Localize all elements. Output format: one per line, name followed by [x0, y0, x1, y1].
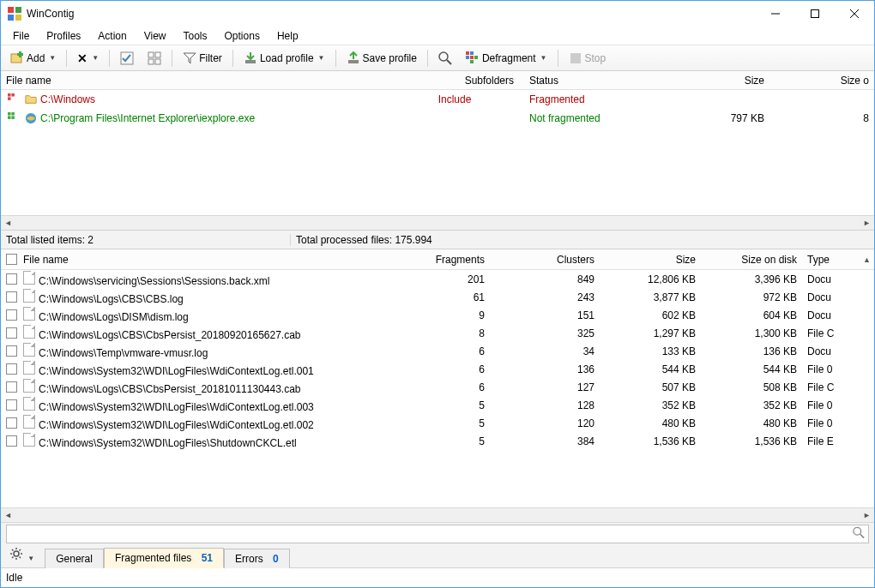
row-checkbox[interactable]: [6, 381, 17, 393]
scroll-left-icon[interactable]: ◄: [1, 508, 15, 522]
scroll-right-icon[interactable]: ►: [860, 216, 874, 230]
add-label: Add: [27, 52, 45, 64]
profile-row[interactable]: C:\WindowsIncludeFragmented: [1, 90, 874, 109]
file-row[interactable]: C:\Windows\Logs\CBS\CbsPersist_201810111…: [1, 378, 874, 396]
menu-help[interactable]: Help: [269, 28, 307, 44]
stop-button[interactable]: Stop: [563, 49, 612, 68]
add-button[interactable]: Add ▼: [4, 49, 62, 68]
file-row[interactable]: C:\Windows\servicing\Sessions\Sessions.b…: [1, 270, 874, 288]
file-row[interactable]: C:\Windows\Logs\CBS\CBS.log612433,877 KB…: [1, 288, 874, 306]
row-checkbox[interactable]: [6, 363, 17, 375]
files-list-header: File name Fragments Clusters Size Size o…: [1, 249, 874, 270]
col-filename[interactable]: File name: [1, 75, 395, 87]
col-type[interactable]: Type: [804, 254, 860, 266]
profile-row[interactable]: C:\Program Files\Internet Explorer\iexpl…: [1, 109, 874, 128]
size-value: 602 KB: [601, 309, 703, 321]
window-title: WinContig: [27, 8, 74, 20]
col-checkbox[interactable]: [1, 254, 21, 265]
row-checkbox[interactable]: [6, 309, 17, 321]
svg-rect-29: [8, 98, 11, 101]
col-sizeondisk[interactable]: Size on disk: [703, 254, 804, 266]
fragments-value: 8: [395, 327, 492, 339]
sizeondisk-value: 604 KB: [703, 309, 804, 321]
row-checkbox[interactable]: [6, 291, 17, 303]
defragment-button[interactable]: Defragment ▼: [460, 49, 553, 68]
row-checkbox[interactable]: [6, 273, 17, 285]
type-value: File E: [804, 435, 860, 447]
check-button[interactable]: [114, 49, 140, 68]
svg-rect-15: [155, 59, 160, 64]
remove-button[interactable]: ✕ ▼: [71, 49, 105, 68]
row-checkbox[interactable]: [6, 345, 17, 357]
svg-rect-1: [15, 7, 21, 13]
file-row[interactable]: C:\Windows\Logs\CBS\CbsPersist_201809201…: [1, 324, 874, 342]
profile-list-header: File name Subfolders Status Size Size o: [1, 71, 874, 90]
size-value: 352 KB: [601, 399, 703, 411]
remove-icon: ✕: [77, 51, 88, 65]
col-size[interactable]: Size: [601, 254, 703, 266]
filename-value: C:\Windows\System32\WDI\LogFiles\Shutdow…: [21, 433, 395, 449]
col-size[interactable]: Size: [677, 75, 771, 87]
svg-rect-22: [466, 56, 469, 59]
grid-icon: [148, 51, 161, 65]
col-size-o[interactable]: Size o: [771, 75, 874, 87]
menu-view[interactable]: View: [136, 28, 175, 44]
sizeondisk-value: 3,396 KB: [703, 273, 804, 285]
analyze-button[interactable]: [432, 49, 458, 68]
scroll-up-icon[interactable]: ▲: [860, 255, 874, 264]
filter-button[interactable]: Filter: [177, 49, 228, 68]
svg-rect-30: [8, 112, 11, 116]
menu-tools[interactable]: Tools: [175, 28, 216, 44]
menubar: File Profiles Action View Tools Options …: [1, 27, 874, 45]
tab-fragmented[interactable]: Fragmented files 51: [104, 548, 224, 568]
col-subfolders[interactable]: Subfolders: [395, 75, 522, 87]
filename-value: C:\Windows\Logs\CBS\CBS.log: [21, 289, 395, 305]
header-checkbox[interactable]: [6, 254, 17, 265]
svg-rect-32: [8, 117, 11, 120]
sizeondisk-value: 1,536 KB: [703, 435, 804, 447]
svg-line-19: [447, 60, 451, 64]
maximize-button[interactable]: [795, 1, 835, 27]
grid-button[interactable]: [142, 49, 167, 68]
path-link[interactable]: C:\Windows: [40, 93, 95, 105]
load-profile-button[interactable]: Load profile ▼: [238, 49, 331, 68]
file-row[interactable]: C:\Windows\System32\WDI\LogFiles\Shutdow…: [1, 432, 874, 450]
tab-errors[interactable]: Errors 0: [224, 549, 290, 568]
save-profile-button[interactable]: Save profile: [341, 49, 423, 68]
row-checkbox[interactable]: [6, 417, 17, 429]
row-checkbox[interactable]: [6, 327, 17, 339]
col-clusters[interactable]: Clusters: [492, 254, 601, 266]
status-value: Fragmented: [522, 93, 677, 105]
file-row[interactable]: C:\Windows\Temp\vmware-vmusr.log634133 K…: [1, 342, 874, 360]
menu-action[interactable]: Action: [89, 28, 135, 44]
horizontal-scrollbar[interactable]: ◄ ►: [1, 507, 874, 522]
filename-value: C:\Windows\System32\WDI\LogFiles\WdiCont…: [21, 397, 395, 413]
file-icon: [23, 379, 35, 393]
row-checkbox[interactable]: [6, 435, 17, 447]
row-checkbox[interactable]: [6, 399, 17, 411]
menu-options[interactable]: Options: [216, 28, 269, 44]
menu-profiles[interactable]: Profiles: [38, 28, 89, 44]
search-input[interactable]: [6, 525, 869, 543]
type-value: File C: [804, 327, 860, 339]
not-fragmented-icon: [8, 112, 20, 124]
minimize-button[interactable]: [756, 1, 795, 27]
chevron-down-icon: ▼: [92, 54, 99, 62]
file-row[interactable]: C:\Windows\System32\WDI\LogFiles\WdiCont…: [1, 360, 874, 378]
col-filename[interactable]: File name: [21, 254, 395, 266]
settings-button[interactable]: ▼: [4, 544, 39, 566]
file-row[interactable]: C:\Windows\System32\WDI\LogFiles\WdiCont…: [1, 414, 874, 432]
files-list: File name Fragments Clusters Size Size o…: [1, 249, 874, 522]
close-button[interactable]: [835, 1, 874, 27]
col-status[interactable]: Status: [522, 75, 677, 87]
tab-general[interactable]: General: [45, 549, 104, 568]
scroll-right-icon[interactable]: ►: [860, 508, 874, 522]
file-row[interactable]: C:\Windows\Logs\DISM\dism.log9151602 KB6…: [1, 306, 874, 324]
col-fragments[interactable]: Fragments: [395, 254, 492, 266]
size-value: 133 KB: [601, 345, 703, 357]
path-link[interactable]: C:\Program Files\Internet Explorer\iexpl…: [40, 112, 255, 124]
scroll-left-icon[interactable]: ◄: [1, 216, 15, 230]
menu-file[interactable]: File: [4, 28, 38, 44]
horizontal-scrollbar[interactable]: ◄ ►: [1, 215, 874, 230]
file-row[interactable]: C:\Windows\System32\WDI\LogFiles\WdiCont…: [1, 396, 874, 414]
